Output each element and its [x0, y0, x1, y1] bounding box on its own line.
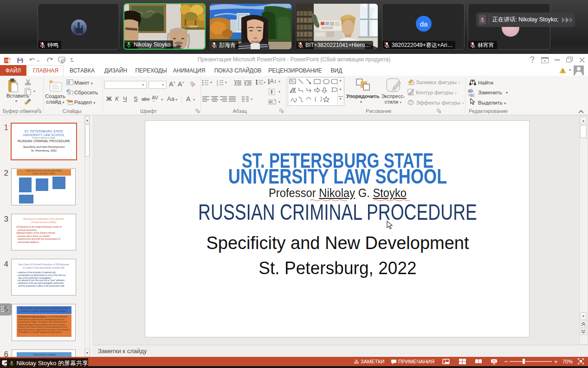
svg-text:3: 3	[217, 84, 218, 86]
